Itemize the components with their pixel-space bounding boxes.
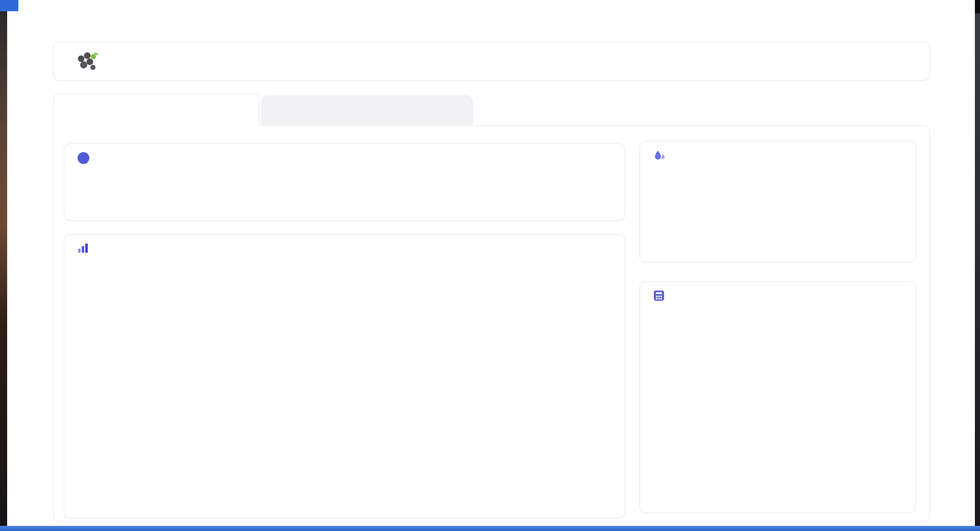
blood-viscosity-card: [640, 141, 916, 262]
bottom-accent-bar: [0, 526, 980, 531]
viscosity-shear-chart: [80, 266, 621, 512]
header-card: [53, 42, 930, 81]
shear-viscosity-title: [653, 290, 670, 301]
droplet-icon: [653, 150, 666, 162]
app-window: [7, 0, 975, 526]
tab-raw-data[interactable]: [261, 95, 473, 126]
close-icon[interactable]: [960, 1, 974, 14]
ubiosis-logo: [76, 51, 104, 72]
graph-card: [64, 234, 625, 518]
screen: [0, 0, 980, 531]
desktop-edge-left: [0, 0, 7, 526]
file-info-title: [78, 152, 95, 164]
graph-title: [78, 243, 94, 253]
blood-viscosity-title: [653, 150, 671, 162]
file-info-card: [64, 143, 625, 221]
corner-accent: [0, 0, 18, 11]
info-icon: [78, 152, 89, 164]
desktop-edge-right: [975, 13, 980, 526]
tab-result[interactable]: [53, 93, 259, 126]
logo-grape-icon: [76, 51, 100, 72]
calculator-grid-icon: [653, 290, 665, 301]
shear-viscosity-card: [640, 281, 916, 513]
bar-chart-icon: [78, 243, 89, 253]
